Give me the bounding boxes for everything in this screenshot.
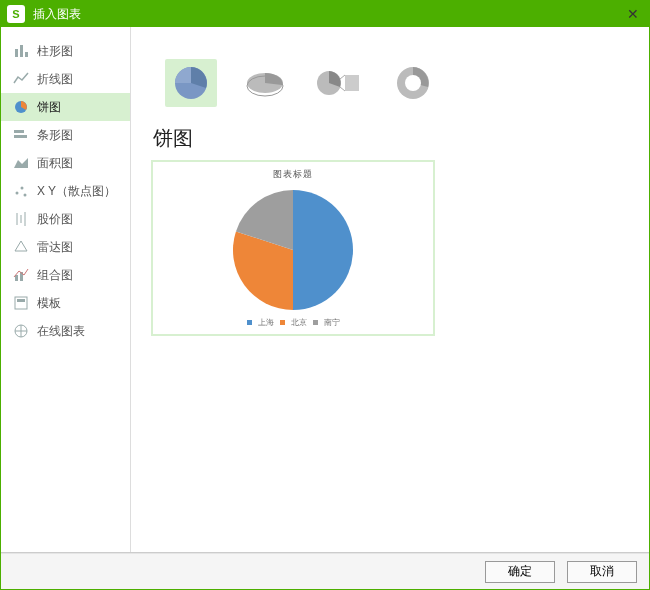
- svg-rect-4: [14, 130, 24, 133]
- svg-rect-17: [17, 299, 25, 302]
- section-title: 饼图: [153, 125, 629, 152]
- cancel-button[interactable]: 取消: [567, 561, 637, 583]
- sidebar-item-line-chart[interactable]: 折线图: [1, 65, 130, 93]
- bar-chart-icon: [13, 127, 29, 143]
- column-chart-icon: [13, 43, 29, 59]
- svg-line-24: [340, 75, 345, 79]
- dialog-footer: 确定 取消: [1, 553, 649, 589]
- sidebar-item-label: 在线图表: [37, 323, 85, 340]
- subtype-doughnut[interactable]: [387, 59, 439, 107]
- sidebar-item-label: 面积图: [37, 155, 73, 172]
- sidebar-item-radar-chart[interactable]: 雷达图: [1, 233, 130, 261]
- chart-subtype-row: [165, 59, 629, 107]
- sidebar-item-label: 柱形图: [37, 43, 73, 60]
- legend-swatch-2: [280, 320, 285, 325]
- legend-label-1: 上海: [258, 317, 274, 328]
- app-icon: S: [7, 5, 25, 23]
- sidebar-item-bar-chart[interactable]: 条形图: [1, 121, 130, 149]
- close-button[interactable]: ✕: [623, 6, 643, 22]
- svg-point-27: [405, 75, 421, 91]
- svg-rect-1: [20, 45, 23, 57]
- sidebar-item-label: 条形图: [37, 127, 73, 144]
- svg-marker-6: [14, 158, 28, 168]
- sidebar-item-online-charts[interactable]: 在线图表: [1, 317, 130, 345]
- legend-swatch-3: [313, 320, 318, 325]
- main-panel: 饼图 图表标题 上海 北京 南宁: [131, 27, 649, 552]
- line-chart-icon: [13, 71, 29, 87]
- sidebar-item-scatter-chart[interactable]: X Y（散点图）: [1, 177, 130, 205]
- sidebar-item-label: 折线图: [37, 71, 73, 88]
- sidebar-item-area-chart[interactable]: 面积图: [1, 149, 130, 177]
- sidebar-item-label: X Y（散点图）: [37, 183, 116, 200]
- chart-preview-legend: 上海 北京 南宁: [247, 317, 340, 328]
- svg-point-7: [16, 192, 19, 195]
- sidebar-item-label: 组合图: [37, 267, 73, 284]
- svg-marker-13: [15, 241, 27, 251]
- pie-3d-icon: [243, 67, 287, 99]
- subtype-pie[interactable]: [165, 59, 217, 107]
- sidebar-item-label: 股价图: [37, 211, 73, 228]
- svg-line-25: [340, 87, 345, 91]
- pie-of-pie-icon: [315, 67, 363, 99]
- combo-chart-icon: [13, 267, 29, 283]
- scatter-chart-icon: [13, 183, 29, 199]
- pie-icon: [171, 63, 211, 103]
- legend-swatch-1: [247, 320, 252, 325]
- dialog-title: 插入图表: [33, 6, 623, 23]
- pie-chart-icon: [13, 99, 29, 115]
- chart-preview-title: 图表标题: [273, 168, 313, 181]
- sidebar-item-label: 饼图: [37, 99, 61, 116]
- radar-chart-icon: [13, 239, 29, 255]
- legend-label-3: 南宁: [324, 317, 340, 328]
- svg-rect-0: [15, 49, 18, 57]
- chart-preview[interactable]: 图表标题 上海 北京 南宁: [151, 160, 435, 336]
- subtype-pie-of-pie[interactable]: [313, 59, 365, 107]
- online-charts-icon: [13, 323, 29, 339]
- templates-icon: [13, 295, 29, 311]
- sidebar-item-combo-chart[interactable]: 组合图: [1, 261, 130, 289]
- stock-chart-icon: [13, 211, 29, 227]
- svg-point-9: [24, 194, 27, 197]
- chart-category-sidebar: 柱形图 折线图 饼图 条形图: [1, 27, 131, 552]
- svg-rect-5: [14, 135, 27, 138]
- ok-button[interactable]: 确定: [485, 561, 555, 583]
- svg-rect-2: [25, 52, 28, 57]
- subtype-3d-pie[interactable]: [239, 59, 291, 107]
- sidebar-item-label: 雷达图: [37, 239, 73, 256]
- doughnut-icon: [393, 63, 433, 103]
- dialog-body: 柱形图 折线图 饼图 条形图: [1, 27, 649, 553]
- legend-label-2: 北京: [291, 317, 307, 328]
- sidebar-item-label: 模板: [37, 295, 61, 312]
- sidebar-item-templates[interactable]: 模板: [1, 289, 130, 317]
- sidebar-item-column-chart[interactable]: 柱形图: [1, 37, 130, 65]
- area-chart-icon: [13, 155, 29, 171]
- titlebar: S 插入图表 ✕: [1, 1, 649, 27]
- chart-preview-canvas: [223, 185, 363, 315]
- svg-point-8: [21, 187, 24, 190]
- sidebar-item-pie-chart[interactable]: 饼图: [1, 93, 130, 121]
- svg-rect-16: [15, 297, 27, 309]
- svg-rect-23: [345, 75, 359, 91]
- dialog-window: S 插入图表 ✕ 柱形图 折线图 饼图: [0, 0, 650, 590]
- sidebar-item-stock-chart[interactable]: 股价图: [1, 205, 130, 233]
